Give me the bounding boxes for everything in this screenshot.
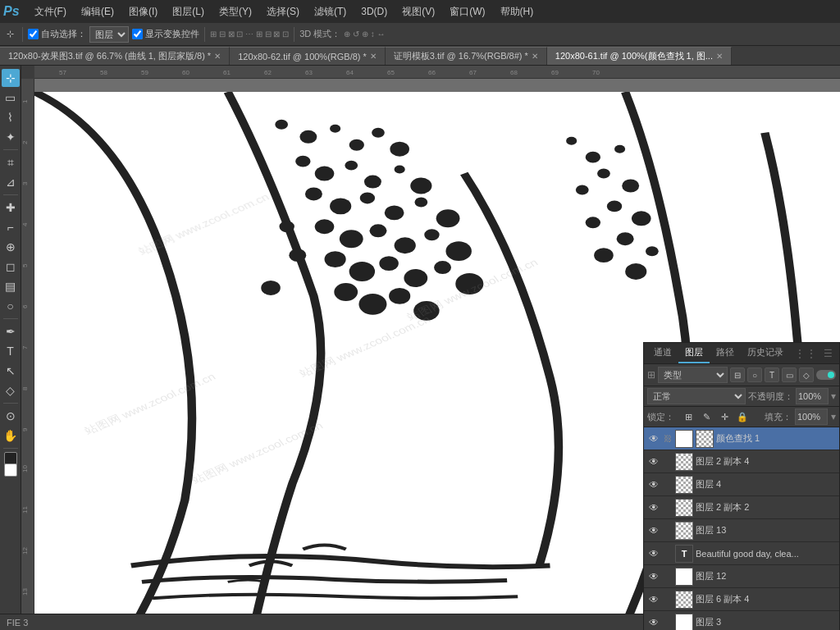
menu-select[interactable]: 选择(S) (260, 3, 306, 21)
tool-background-color[interactable] (4, 463, 17, 477)
svg-point-69 (576, 185, 589, 195)
filter-adj-btn[interactable]: ○ (747, 368, 762, 382)
canvas-area[interactable]: 站图网 www.zcool.com.cn 站图网 www.zcool.com.c… (34, 79, 840, 630)
tool-zoom[interactable]: ⊙ (2, 407, 20, 425)
filter-pixel-btn[interactable]: ⊟ (730, 368, 745, 382)
menu-file[interactable]: 文件(F) (28, 3, 73, 21)
menu-edit[interactable]: 编辑(E) (75, 3, 121, 21)
panel-tab-channels[interactable]: 通道 (647, 343, 678, 363)
filter-toggle[interactable] (816, 370, 836, 380)
fill-menu[interactable]: ▾ (831, 411, 836, 422)
lock-position-btn[interactable]: ✛ (717, 409, 732, 424)
tool-gradient[interactable]: ▤ (2, 277, 20, 295)
fill-input[interactable] (795, 409, 828, 425)
tool-crop[interactable]: ⌗ (2, 153, 20, 171)
panel-menu-btn[interactable]: ☰ (820, 348, 836, 359)
svg-text:69: 69 (551, 69, 559, 76)
svg-text:63: 63 (305, 69, 313, 76)
svg-text:6: 6 (21, 304, 29, 308)
layer-item-color-lookup[interactable]: 👁 ⛓ 颜色查找 1 (644, 427, 839, 450)
layer-item-layer2-copy2[interactable]: 👁 图层 2 副本 2 (644, 496, 839, 519)
tool-brush[interactable]: ⌐ (2, 218, 20, 236)
filter-type-select[interactable]: 类型 (658, 367, 728, 383)
svg-point-74 (646, 246, 659, 256)
tab-3[interactable]: 120x80-61.tif @ 100%(颜色查找 1, 图... ✕ (547, 47, 732, 65)
opacity-menu[interactable]: ▾ (831, 390, 836, 402)
sep2 (204, 27, 205, 42)
tab-0[interactable]: 120x80-效果图3.tif @ 66.7% (曲线 1, 图层家版/8) *… (0, 47, 230, 65)
filter-text-btn[interactable]: T (765, 368, 779, 382)
tab-0-close[interactable]: ✕ (214, 52, 221, 61)
menu-view[interactable]: 视图(V) (395, 3, 441, 21)
layer-item-layer4[interactable]: 👁 图层 4 (644, 473, 839, 496)
layer-item-layer13[interactable]: 👁 图层 13 (644, 519, 839, 542)
layer-item-layer6-copy4[interactable]: 👁 图层 6 副本 4 (644, 588, 839, 611)
filter-shape-btn[interactable]: ▭ (782, 368, 797, 382)
tab-2[interactable]: 证明模板3.tif @ 16.7%(RGB/8#) * ✕ (386, 47, 547, 65)
layer-item-layer2-copy4[interactable]: 👁 图层 2 副本 4 (644, 450, 839, 473)
blend-mode-select[interactable]: 正常 (647, 388, 746, 404)
auto-select-checkbox[interactable] (28, 29, 39, 39)
lock-transparent-btn[interactable]: ⊞ (681, 409, 696, 424)
tool-dodge[interactable]: ○ (2, 297, 20, 315)
tool-eraser[interactable]: ◻ (2, 258, 20, 276)
svg-point-63 (261, 281, 281, 295)
menu-bar: Ps 文件(F) 编辑(E) 图像(I) 图层(L) 类型(Y) 选择(S) 滤… (0, 0, 840, 23)
svg-point-28 (299, 130, 317, 144)
menu-image[interactable]: 图像(I) (122, 3, 164, 21)
tab-1[interactable]: 120x80-62.tif @ 100%(RGB/8) * ✕ (230, 47, 386, 65)
svg-point-49 (424, 229, 439, 240)
layer-eye-3[interactable]: 👁 (647, 501, 660, 514)
menu-help[interactable]: 帮助(H) (494, 3, 541, 21)
tool-lasso[interactable]: ⌇ (2, 108, 20, 126)
tool-eyedropper[interactable]: ⊿ (2, 173, 20, 191)
opacity-input[interactable] (796, 388, 829, 404)
panel-tab-history[interactable]: 历史记录 (741, 343, 790, 363)
layer-eye-0[interactable]: 👁 (647, 432, 660, 445)
svg-point-44 (436, 209, 460, 227)
layer-eye-6[interactable]: 👁 (647, 570, 660, 583)
svg-point-39 (305, 187, 322, 200)
tool-text[interactable]: T (2, 342, 20, 360)
tool-healing[interactable]: ✚ (2, 199, 20, 217)
tool-clone[interactable]: ⊕ (2, 238, 20, 256)
show-transform-checkbox[interactable] (132, 29, 143, 39)
tool-hand[interactable]: ✋ (2, 427, 20, 445)
layer-eye-8[interactable]: 👁 (647, 616, 660, 629)
menu-layer[interactable]: 图层(L) (166, 3, 211, 21)
panel-tab-layers[interactable]: 图层 (678, 343, 710, 363)
auto-select-checkbox-label[interactable]: 自动选择： (28, 28, 86, 40)
tab-2-close[interactable]: ✕ (532, 52, 538, 61)
menu-3d[interactable]: 3D(D) (354, 4, 394, 19)
layer-link-3 (663, 501, 673, 514)
lock-all-btn[interactable]: 🔒 (735, 409, 750, 424)
tool-path-select[interactable]: ↖ (2, 362, 20, 380)
tab-3-close[interactable]: ✕ (716, 52, 723, 61)
tab-1-close[interactable]: ✕ (370, 52, 377, 61)
layer-eye-2[interactable]: 👁 (647, 478, 660, 491)
tool-pen[interactable]: ✒ (2, 322, 20, 340)
layer-eye-1[interactable]: 👁 (647, 455, 660, 468)
options-toolbar: ⊹ 自动选择： 图层 组 显示变换控件 ⊞ ⊟ ⊠ ⊡ ⋯ ⊞ ⊟ ⊠ ⊡ 3D… (0, 23, 840, 46)
layer-eye-5[interactable]: 👁 (647, 547, 660, 560)
menu-filter[interactable]: 滤镜(T) (308, 3, 353, 21)
lock-image-btn[interactable]: ✎ (699, 409, 714, 424)
layer-item-text[interactable]: 👁 T Beautiful good day, clea... (644, 542, 839, 565)
layers-blend-row: 正常 不透明度： ▾ (644, 386, 839, 407)
show-transform-label[interactable]: 显示变换控件 (132, 28, 199, 40)
menu-type[interactable]: 类型(Y) (212, 3, 258, 21)
auto-select-dropdown[interactable]: 图层 组 (89, 26, 129, 43)
layer-item-layer3[interactable]: 👁 图层 3 (644, 611, 839, 630)
tool-shape[interactable]: ◇ (2, 381, 20, 399)
layer-eye-4[interactable]: 👁 (647, 524, 660, 537)
panel-drag-handle: ⋮⋮ (791, 347, 820, 360)
layer-item-layer12[interactable]: 👁 图层 12 (644, 565, 839, 588)
tool-select-rect[interactable]: ▭ (2, 89, 20, 107)
filter-smart-btn[interactable]: ◇ (799, 368, 814, 382)
menu-window[interactable]: 窗口(W) (443, 3, 491, 21)
layer-eye-7[interactable]: 👁 (647, 593, 660, 606)
tool-move[interactable]: ⊹ (2, 69, 20, 87)
tool-magic-wand[interactable]: ✦ (2, 128, 20, 146)
layer-thumb-3 (675, 499, 693, 517)
panel-tab-paths[interactable]: 路径 (710, 343, 741, 363)
